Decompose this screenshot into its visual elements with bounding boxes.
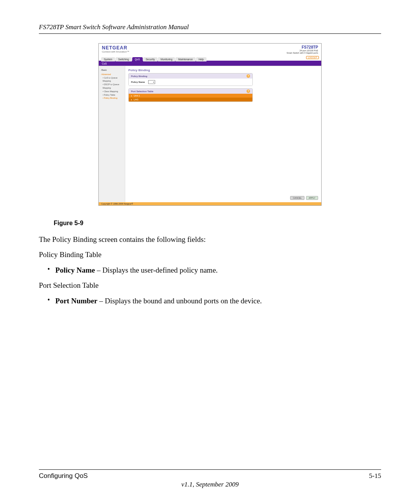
bullet1-rest: – Displays the user-defined policy name. [95, 266, 218, 274]
footer-version: v1.1, September 2009 [39, 481, 381, 488]
footer-section: Configuring QoS [39, 472, 88, 480]
model-sub2: Smart Switch with 4 Gigabit ports [287, 52, 318, 54]
chevron-right-icon: ▸ [131, 94, 132, 97]
sidebar-advanced-label: Advanced [102, 73, 111, 75]
cancel-button[interactable]: CANCEL [290, 196, 304, 200]
tab-system[interactable]: System [101, 57, 115, 61]
panel1-heading: Policy Binding [131, 75, 147, 77]
policy-binding-panel: Policy Binding ? Policy Name ▾ [128, 73, 253, 86]
policy-name-label: Policy Name [131, 81, 145, 83]
model-block: FS728TP 24-port 10/100 PoE Smart Switch … [287, 45, 318, 54]
action-buttons: CANCEL APPLY [99, 196, 321, 200]
document-footer: Configuring QoS 5-15 [39, 469, 381, 480]
main-tabs: System Switching QoS Security Monitoring… [99, 55, 321, 61]
bullet-policy-name: • Policy Name – Displays the user-define… [47, 265, 381, 275]
sidebar-basic[interactable]: · Basic [100, 68, 123, 72]
section1-heading: Policy Binding Table [39, 250, 381, 259]
tab-monitoring[interactable]: Monitoring [158, 57, 175, 61]
port-row-lag[interactable]: ▸LAG [129, 98, 252, 102]
bullet-icon: • [47, 265, 50, 274]
brand-tagline: Connect with Innovation™ [102, 51, 129, 53]
policy-name-dropdown[interactable]: ▾ [148, 80, 155, 84]
port-row-unit1-label: Unit 1 [134, 94, 140, 97]
panel2-heading: Port Selection Table [131, 90, 153, 93]
footer-page-number: 5-15 [369, 472, 381, 480]
tab-maintenance[interactable]: Maintenance [175, 57, 195, 61]
port-row-unit1[interactable]: ▸Unit 1 [129, 94, 252, 98]
apply-button[interactable]: APPLY [306, 196, 318, 200]
bullet1-bold: Policy Name [55, 266, 95, 274]
help-icon[interactable]: ? [247, 74, 250, 78]
figure-caption: Figure 5-9 [54, 220, 381, 227]
brand-logo: NETGEAR [102, 45, 129, 51]
bullet-icon: • [47, 296, 50, 304]
port-selection-panel: Port Selection Table ? ▸Unit 1 ▸LAG [128, 88, 253, 102]
sidebar: · Basic · Advanced CoS to Queue Mapping … [99, 66, 125, 205]
sidebar-item-policy-table[interactable]: Policy Table [103, 93, 123, 97]
sidebar-item-cos-queue[interactable]: CoS to Queue Mapping [103, 76, 123, 83]
sidebar-item-policy-binding[interactable]: Policy Binding [103, 96, 123, 100]
help-icon[interactable]: ? [247, 89, 250, 93]
screenshot-figure: NETGEAR Connect with Innovation™ FS728TP… [98, 43, 322, 206]
brand-block: NETGEAR Connect with Innovation™ [102, 45, 129, 53]
port-row-lag-label: LAG [134, 98, 138, 101]
tab-security[interactable]: Security [143, 57, 158, 61]
bullet2-rest: – Displays the bound and unbound ports o… [97, 297, 262, 305]
document-header: FS728TP Smart Switch Software Administra… [39, 23, 381, 34]
tab-switching[interactable]: Switching [116, 57, 132, 61]
intro-text: The Policy Binding screen contains the f… [39, 234, 381, 245]
tab-qos[interactable]: QoS [132, 57, 143, 61]
sidebar-basic-label: Basic [102, 69, 107, 71]
sidebar-item-class-mapping[interactable]: Class Mapping [103, 90, 123, 93]
model-name: FS728TP [287, 45, 318, 49]
page-title: Policy Binding [128, 68, 318, 72]
bullet-port-number: • Port Number – Displays the bound and u… [47, 296, 381, 306]
bullet2-bold: Port Number [55, 297, 97, 305]
main-content: Policy Binding Policy Binding ? Policy N… [125, 66, 321, 205]
copyright-bar: Copyright © 1996-2009 Netgear® [99, 202, 321, 205]
chevron-down-icon: ▾ [153, 81, 154, 83]
logout-button[interactable]: LOGOUT [306, 56, 319, 59]
section2-heading: Port Selection Table [39, 281, 381, 290]
sidebar-item-dscp-queue[interactable]: DSCP to Queue Mapping [103, 83, 123, 90]
sub-nav-bar: CoS [99, 61, 321, 66]
sidebar-advanced[interactable]: · Advanced [100, 73, 123, 76]
tab-help[interactable]: Help [196, 57, 206, 61]
chevron-right-icon: ▸ [131, 98, 132, 101]
